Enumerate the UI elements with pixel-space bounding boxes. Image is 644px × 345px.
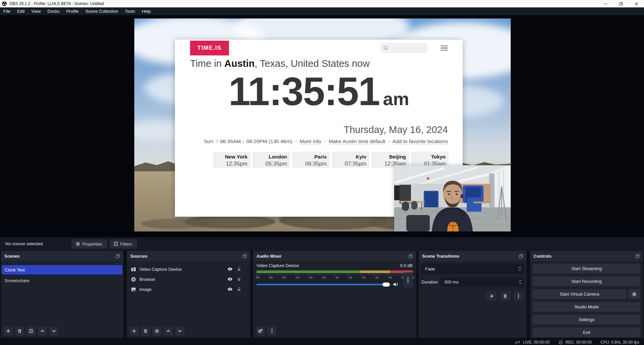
city-card-kyiv[interactable]: Kyiv 07:35pm	[332, 152, 369, 168]
hamburger-menu-icon[interactable]	[441, 45, 448, 51]
transition-menu-button[interactable]	[513, 291, 524, 301]
preview-area: TIME.IS Time in Austin, Texas, United St…	[0, 15, 644, 237]
visibility-eye-icon[interactable]	[227, 266, 233, 272]
speaker-icon[interactable]	[393, 282, 399, 287]
window-title: OBS 29.1.2 - Profile: LLHLS BETA - Scene…	[9, 1, 104, 6]
menu-help[interactable]: Help	[138, 7, 154, 15]
remove-scene-button[interactable]	[15, 327, 24, 336]
clock-time: 11:35:51	[229, 69, 380, 114]
source-item-browser[interactable]: Browser	[127, 274, 250, 284]
rec-status: REC: 00:00:00	[558, 340, 592, 345]
menu-profile[interactable]: Profile	[63, 7, 82, 15]
clock: 11:35:51am	[175, 70, 463, 114]
menu-edit[interactable]: Edit	[14, 7, 28, 15]
city-card-new-york[interactable]: New York 12:35pm	[213, 152, 250, 168]
desert-mound	[141, 219, 208, 229]
move-source-down-button[interactable]	[175, 327, 184, 336]
more-info-link[interactable]: More info	[300, 138, 321, 144]
menu-docks[interactable]: Docks	[44, 7, 63, 15]
chevron-up-down-icon	[516, 264, 523, 273]
webcam-overlay	[394, 165, 511, 231]
city-card-london[interactable]: London 05:35pm	[252, 152, 290, 168]
city-card-paris[interactable]: Paris 06:35pm	[292, 152, 330, 168]
scene-item-clock-test[interactable]: Clock Test	[2, 265, 123, 274]
scene-preview-canvas[interactable]: TIME.IS Time in Austin, Texas, United St…	[134, 18, 511, 231]
scene-filters-button[interactable]	[27, 327, 36, 336]
scene-transitions-panel: Scene Transitions Fade Duration 300 ms	[418, 251, 527, 338]
audio-mixer-header: Audio Mixer	[253, 251, 416, 261]
menu-file[interactable]: File	[0, 7, 14, 15]
source-item-image[interactable]: Image	[127, 284, 250, 294]
add-scene-button[interactable]	[4, 327, 13, 336]
menu-tools[interactable]: Tools	[122, 7, 138, 15]
globe-icon	[131, 277, 136, 282]
settings-button[interactable]: Settings	[533, 315, 640, 325]
lock-icon[interactable]	[237, 277, 241, 282]
duration-spinner[interactable]: 300 ms	[441, 277, 524, 287]
add-favorite-link[interactable]: Add to favorite locations	[393, 138, 448, 144]
restore-button[interactable]	[613, 0, 629, 7]
timeis-logo: TIME.IS	[190, 41, 229, 55]
popout-icon[interactable]	[408, 254, 413, 258]
remove-source-button[interactable]	[141, 327, 150, 336]
source-properties-button[interactable]	[152, 327, 162, 336]
properties-button[interactable]: Properties	[72, 239, 107, 249]
record-off-icon	[558, 340, 563, 345]
virtual-camera-config-button[interactable]	[628, 289, 640, 299]
broadcast-off-icon	[514, 340, 520, 345]
popout-icon[interactable]	[116, 254, 120, 258]
image-icon	[131, 287, 136, 292]
start-streaming-button[interactable]: Start Streaming	[533, 264, 640, 273]
lock-icon[interactable]	[237, 267, 241, 271]
title-bar: OBS 29.1.2 - Profile: LLHLS BETA - Scene…	[0, 0, 644, 7]
filters-button[interactable]: Filters	[109, 239, 137, 249]
audio-mixer-panel: Audio Mixer Video Capture Device 0.0 dB …	[253, 251, 416, 338]
transition-select[interactable]: Fade	[421, 264, 524, 274]
visibility-eye-icon[interactable]	[227, 276, 233, 282]
studio-mode-button[interactable]: Studio Mode	[533, 302, 640, 312]
scene-item-screenshare[interactable]: Screenshare	[2, 276, 123, 285]
spinner-arrows-icon[interactable]	[516, 277, 524, 287]
make-default-link[interactable]: Make Austin time default	[329, 138, 385, 144]
minimize-button[interactable]	[598, 0, 613, 7]
volume-slider-handle[interactable]	[382, 283, 390, 287]
live-status: LIVE: 00:00:00	[514, 340, 549, 345]
move-source-up-button[interactable]	[164, 327, 173, 336]
controls-panel: Controls Start Streaming Start Recording…	[530, 251, 643, 338]
filters-icon	[113, 242, 118, 246]
menu-scene-collection[interactable]: Scene Collection	[82, 7, 122, 15]
popout-icon[interactable]	[519, 254, 523, 258]
mixer-options-button[interactable]	[403, 272, 413, 288]
start-virtual-camera-button[interactable]: Start Virtual Camera	[533, 289, 626, 299]
source-item-video-capture[interactable]: Video Capture Device	[127, 264, 250, 274]
scenes-toolbar	[1, 324, 123, 338]
mixer-channel-label: Video Capture Device 0.0 dB	[257, 263, 413, 268]
obs-logo-icon	[2, 1, 7, 6]
cpu-fps-status: CPU: 0.6%, 30.00 fps	[601, 340, 639, 345]
controls-header: Controls	[530, 251, 643, 261]
sources-panel: Sources Video Capture Device Browser Ima…	[127, 251, 250, 338]
move-scene-down-button[interactable]	[49, 327, 58, 336]
source-context-toolbar: No source selected Properties Filters	[0, 237, 644, 251]
start-recording-button[interactable]: Start Recording	[533, 276, 640, 286]
add-source-button[interactable]	[130, 327, 139, 336]
popout-icon[interactable]	[635, 254, 640, 258]
popout-icon[interactable]	[242, 254, 247, 258]
advanced-audio-button[interactable]	[256, 327, 265, 336]
visibility-eye-icon[interactable]	[227, 287, 233, 292]
menu-view[interactable]: View	[28, 7, 44, 15]
level-db-value: 0.0 dB	[400, 263, 413, 268]
move-scene-up-button[interactable]	[38, 327, 47, 336]
add-transition-button[interactable]	[486, 291, 497, 301]
volume-meter	[257, 270, 413, 273]
exit-button[interactable]: Exit	[533, 328, 640, 337]
gear-icon	[76, 242, 80, 246]
lock-icon[interactable]	[237, 287, 241, 292]
remove-transition-button[interactable]	[500, 291, 510, 301]
volume-slider[interactable]	[257, 284, 390, 285]
camera-icon	[131, 267, 136, 272]
gear-icon	[632, 292, 637, 297]
mixer-menu-button[interactable]	[267, 327, 276, 336]
search-input[interactable]	[380, 43, 427, 53]
close-button[interactable]	[629, 0, 644, 7]
